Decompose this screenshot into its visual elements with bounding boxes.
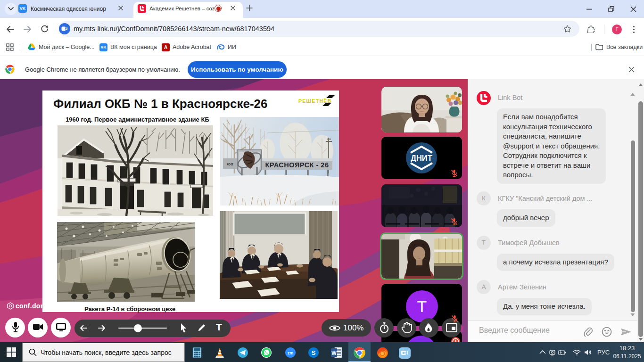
svg-text:S: S — [312, 349, 316, 356]
svg-text:РЕШЕТНЁВ: РЕШЕТНЁВ — [298, 98, 332, 104]
svg-text:T: T — [417, 297, 427, 315]
svg-text:zm: zm — [288, 351, 294, 355]
svg-text:КРАСНОЯРСК - 26: КРАСНОЯРСК - 26 — [265, 161, 329, 169]
svg-text:W: W — [331, 350, 337, 356]
svg-text:««: «« — [227, 160, 233, 167]
svg-text:ДНИТ: ДНИТ — [411, 154, 432, 162]
